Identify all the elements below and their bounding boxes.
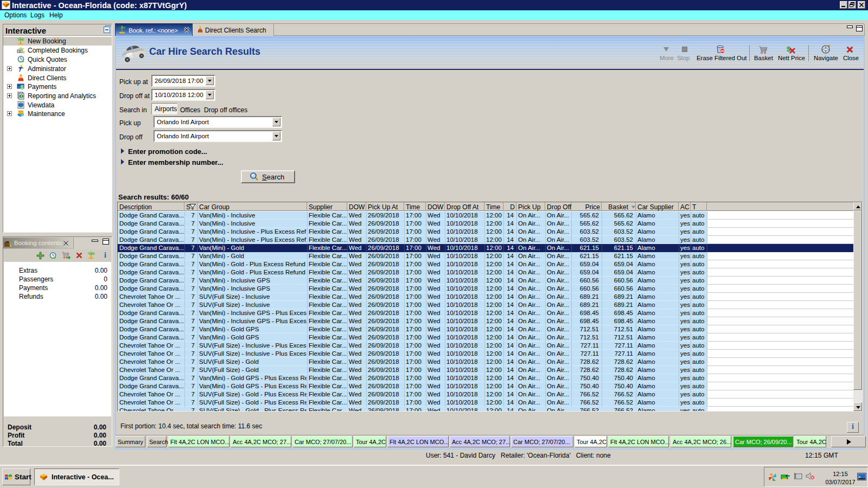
svg-text:$: $ [20,84,23,91]
